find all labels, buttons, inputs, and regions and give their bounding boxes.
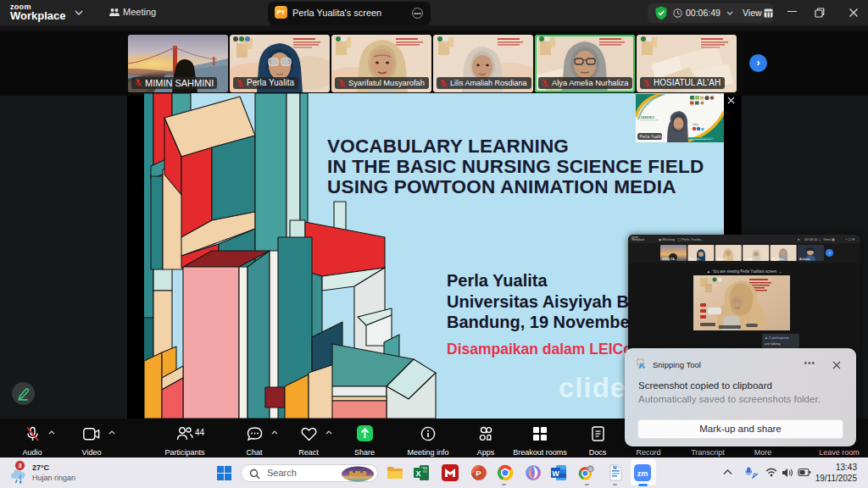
svg-text:MIMIN SA..: MIMIN SA.. [662,258,676,261]
svg-text:Syarifat..: Syarifat.. [717,258,728,261]
svg-text:P: P [476,469,481,478]
svg-text:R: R [588,467,592,472]
svg-text:Alya Ame..: Alya Ame.. [772,258,785,261]
svg-text:X: X [415,469,420,478]
svg-text:LESSON 5: LESSON 5 [641,116,654,119]
svg-text:Perla Yualita: Perla Yualita [640,134,664,139]
svg-text:zm: zm [637,469,648,478]
svg-text:today: today [693,123,698,126]
svg-text:Lilis Am..: Lilis Am.. [744,258,755,261]
svg-text:aisyiyahbandung.ac.id: aisyiyahbandung.ac.id [690,138,711,141]
svg-text:W: W [613,465,617,470]
svg-text:W: W [552,469,559,478]
svg-text:Achmad..: Achmad.. [799,258,811,261]
svg-text:Perla Yu..: Perla Yu.. [689,258,701,261]
